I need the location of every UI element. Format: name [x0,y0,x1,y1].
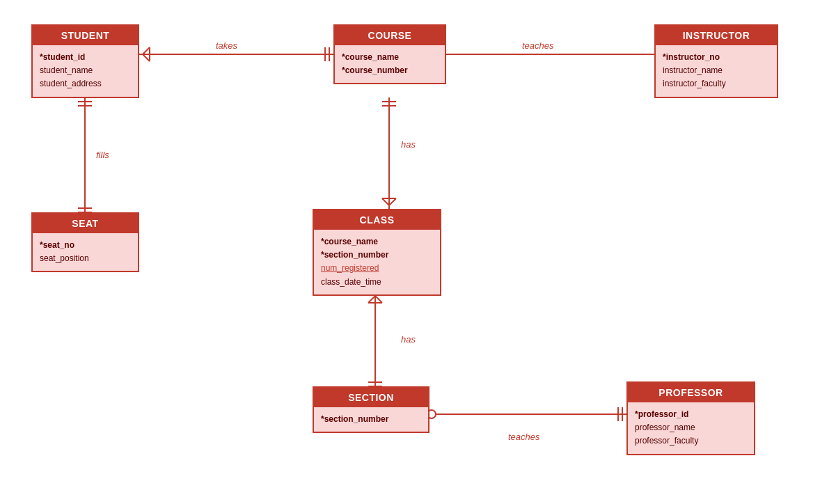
instructor-title: INSTRUCTOR [656,26,777,45]
professor-field-1: *professor_id [635,408,747,421]
class-field-4: class_date_time [321,276,433,289]
student-title: STUDENT [33,26,138,45]
class-field-1: *course_name [321,235,433,249]
student-field-3: student_address [40,77,131,90]
instructor-entity: INSTRUCTOR *instructor_no instructor_nam… [654,24,778,98]
student-entity: STUDENT *student_id student_name student… [31,24,139,98]
professor-entity: PROFESSOR *professor_id professor_name p… [626,381,755,455]
svg-line-19 [382,198,389,205]
has-course-class-label: has [401,139,416,150]
professor-field-3: professor_faculty [635,434,747,448]
seat-field-1: *seat_no [40,239,131,252]
section-body: *section_number [314,407,428,432]
seat-body: *seat_no seat_position [33,233,138,271]
professor-field-2: professor_name [635,421,747,434]
student-field-2: student_name [40,64,131,77]
seat-entity: SEAT *seat_no seat_position [31,212,139,272]
class-entity: CLASS *course_name *section_number num_r… [313,209,441,296]
class-title: CLASS [314,210,440,230]
svg-line-24 [375,296,382,303]
class-body: *course_name *section_number num_registe… [314,230,440,294]
svg-line-23 [368,296,375,303]
teaches-professor-label: teaches [508,432,540,442]
teaches-instructor-label: teaches [522,40,554,51]
student-field-1: *student_id [40,51,131,64]
student-body: *student_id student_name student_address [33,45,138,97]
section-entity: SECTION *section_number [313,386,429,433]
has-class-section-label: has [401,334,416,345]
diagram-container: takes teaches fills has has teaches STUD… [0,0,836,504]
seat-field-2: seat_position [40,252,131,265]
svg-line-1 [143,47,150,54]
instructor-body: *instructor_no instructor_name instructo… [656,45,777,97]
instructor-field-3: instructor_faculty [663,77,770,90]
professor-title: PROFESSOR [628,383,754,402]
svg-line-20 [389,198,396,205]
professor-body: *professor_id professor_name professor_f… [628,402,754,454]
class-field-3: num_registered [321,262,433,275]
instructor-field-1: *instructor_no [663,51,770,64]
seat-title: SEAT [33,214,138,233]
class-field-2: *section_number [321,249,433,262]
takes-label: takes [216,40,237,51]
course-title: COURSE [335,26,445,45]
svg-line-2 [143,54,150,61]
course-field-2: *course_number [342,64,438,77]
fills-label: fills [96,150,109,160]
section-title: SECTION [314,388,428,407]
section-field-1: *section_number [321,413,421,426]
course-body: *course_name *course_number [335,45,445,83]
course-entity: COURSE *course_name *course_number [333,24,446,84]
instructor-field-2: instructor_name [663,64,770,77]
course-field-1: *course_name [342,51,438,64]
